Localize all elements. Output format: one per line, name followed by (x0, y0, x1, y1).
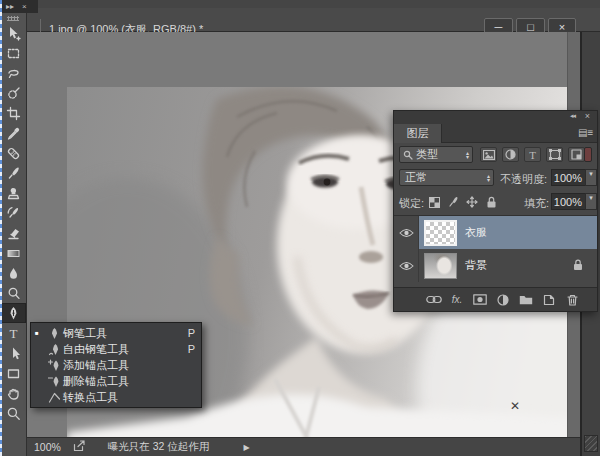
export-icon[interactable] (73, 440, 86, 454)
new-group-icon[interactable] (518, 292, 534, 308)
screenshot-left-edge-artifact (0, 0, 2, 456)
blend-row: 正常 不透明度: 100% (394, 167, 597, 191)
menu-item-label: 添加锚点工具 (63, 358, 185, 373)
type-tool[interactable]: T (0, 323, 26, 343)
clone-stamp-tool[interactable] (0, 183, 26, 203)
lock-row: 锁定: 填充: 100% (394, 191, 597, 215)
fill-label: 填充: (524, 196, 549, 211)
new-layer-icon[interactable] (541, 292, 557, 308)
convert-point-icon (45, 391, 63, 404)
status-arrow-icon[interactable]: ▶ (243, 443, 249, 452)
path-selection-tool[interactable] (0, 343, 26, 363)
filter-toggle-switch[interactable] (584, 147, 592, 162)
search-icon (403, 150, 413, 160)
brush-tool[interactable] (0, 163, 26, 183)
zoom-tool[interactable] (0, 403, 26, 423)
tab-layers[interactable]: 图层 (394, 124, 442, 143)
panel-tab-bar: 图层 ▤≡ (394, 124, 597, 143)
opacity-value[interactable]: 100% (551, 169, 586, 186)
panel-close-icon[interactable]: × (585, 111, 590, 121)
layer-row-clothes[interactable]: 衣服 (394, 216, 597, 249)
pen-icon (45, 327, 63, 340)
layer-lock-icon (573, 259, 583, 273)
eyedropper-tool[interactable] (0, 123, 26, 143)
crop-tool[interactable] (0, 103, 26, 123)
visibility-toggle[interactable] (394, 216, 419, 249)
menu-item-pen-tool[interactable]: ■ 钢笔工具 P (31, 325, 201, 341)
quick-selection-tool[interactable] (0, 83, 26, 103)
fill-value[interactable]: 100% (551, 193, 586, 210)
collapse-icon[interactable]: ▸▸ (6, 2, 14, 11)
hand-tool[interactable] (0, 383, 26, 403)
lock-all-icon[interactable] (483, 194, 499, 210)
menu-item-label: 删除锚点工具 (63, 374, 185, 389)
blend-mode-value: 正常 (405, 170, 427, 185)
updown-arrows-icon (487, 174, 490, 182)
panel-collapse-icon[interactable]: ◂◂ (570, 112, 575, 120)
layer-thumbnail-photo[interactable] (424, 253, 457, 279)
marquee-tool[interactable] (0, 43, 26, 63)
photoshop-window: 1.jpg @ 100% (衣服, RGB/8#) * ─ □ × ▸▸ × (0, 0, 600, 456)
blend-mode-dropdown[interactable]: 正常 (399, 169, 494, 186)
toolbar-header: ▸▸ × (0, 0, 38, 13)
opacity-label: 不透明度: (500, 172, 547, 187)
freeform-pen-icon (45, 343, 63, 356)
toolbar-grip[interactable] (7, 16, 19, 21)
move-tool[interactable] (0, 23, 26, 43)
status-hint-text: 曝光只在 32 位起作用 (108, 440, 210, 454)
layer-thumbnail-transparent[interactable] (424, 220, 457, 246)
pen-tool-flyout-menu: ■ 钢笔工具 P 自由钢笔工具 P 添加锚点工具 (30, 322, 202, 408)
lock-position-icon[interactable] (464, 194, 480, 210)
visibility-toggle[interactable] (394, 249, 419, 282)
adjustment-layer-filter-icon[interactable] (502, 147, 519, 162)
adjustment-layer-icon[interactable] (495, 292, 511, 308)
opacity-dropdown-button[interactable] (585, 169, 597, 186)
menu-item-label: 转换点工具 (63, 390, 185, 405)
layers-panel: ◂◂ × 图层 ▤≡ 类型 T (393, 110, 598, 312)
pixel-layer-filter-icon[interactable] (480, 147, 497, 162)
panel-drag-bar[interactable]: ◂◂ × (394, 111, 597, 124)
panel-menu-icon[interactable]: ▤≡ (578, 127, 592, 139)
menu-item-label: 钢笔工具 (63, 326, 185, 341)
svg-text:T: T (529, 149, 536, 160)
shape-tool[interactable] (0, 363, 26, 383)
layer-style-icon[interactable]: fx. (449, 292, 465, 308)
close-icon[interactable]: × (22, 2, 27, 11)
selected-bullet-icon: ■ (35, 330, 45, 336)
blur-tool[interactable] (0, 263, 26, 283)
filter-kind-dropdown[interactable]: 类型 (399, 146, 473, 163)
history-brush-tool[interactable] (0, 203, 26, 223)
eye-icon (399, 228, 414, 238)
dodge-tool[interactable] (0, 283, 26, 303)
shape-layer-filter-icon[interactable] (546, 147, 563, 162)
menu-item-add-anchor-tool[interactable]: 添加锚点工具 (31, 357, 201, 373)
menu-item-label: 自由钢笔工具 (63, 342, 185, 357)
layer-name[interactable]: 背景 (465, 258, 487, 273)
gradient-tool[interactable] (0, 243, 26, 263)
fill-dropdown-button[interactable] (585, 193, 597, 210)
link-layers-icon[interactable] (426, 292, 442, 308)
filter-kind-label: 类型 (416, 147, 438, 162)
smart-object-filter-icon[interactable] (568, 147, 585, 162)
menu-item-convert-point-tool[interactable]: 转换点工具 (31, 389, 201, 405)
lasso-tool[interactable] (0, 63, 26, 83)
eye-icon (399, 261, 414, 271)
add-layer-mask-icon[interactable] (472, 292, 488, 308)
delete-layer-icon[interactable] (564, 292, 580, 308)
lock-label: 锁定: (399, 196, 424, 211)
layer-name[interactable]: 衣服 (465, 225, 487, 240)
type-layer-filter-icon[interactable]: T (524, 147, 541, 162)
tools-panel: T (0, 13, 27, 456)
healing-brush-tool[interactable] (0, 143, 26, 163)
zoom-level-field[interactable]: 100% (34, 441, 61, 453)
menu-item-delete-anchor-tool[interactable]: 删除锚点工具 (31, 373, 201, 389)
layer-filter-row: 类型 T (394, 143, 597, 167)
lock-image-pixels-icon[interactable] (445, 194, 461, 210)
menu-item-freeform-pen-tool[interactable]: 自由钢笔工具 P (31, 341, 201, 357)
eraser-tool[interactable] (0, 223, 26, 243)
lock-transparent-pixels-icon[interactable] (426, 194, 442, 210)
layer-row-background[interactable]: 背景 (394, 249, 597, 282)
add-anchor-pen-icon (45, 359, 63, 372)
pen-tool[interactable] (0, 303, 26, 323)
resize-grip[interactable] (584, 435, 598, 452)
